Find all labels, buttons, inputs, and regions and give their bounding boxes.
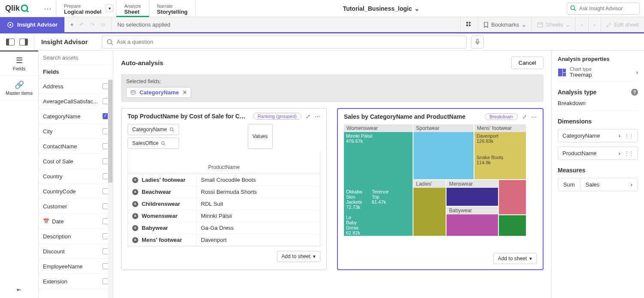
collapse-rail-button[interactable]: ⇤ — [12, 281, 27, 298]
svg-rect-7 — [469, 22, 471, 24]
help-icon[interactable]: ? — [631, 89, 638, 96]
asset-row[interactable]: Discount — [39, 244, 113, 259]
assets-search-input[interactable] — [39, 51, 113, 65]
tab-narrate[interactable]: Narrate Storytelling — [149, 0, 196, 17]
link-icon: 🔗 — [0, 80, 38, 90]
tm-cell-minnki[interactable]: Minnki Pälsii 476.67k — [344, 132, 413, 188]
selected-fields-bar: Selected fields: CategoryName ✕ — [121, 74, 544, 102]
expand-icon[interactable]: ⤢ — [306, 113, 310, 120]
expand-row-icon[interactable]: + — [132, 189, 138, 195]
expand-row-icon[interactable]: + — [132, 237, 138, 243]
app-title[interactable]: Tutorial_Business_logic ⌄ — [196, 5, 567, 12]
step-forward-icon[interactable]: ↷ — [90, 21, 95, 28]
question-input[interactable] — [117, 39, 462, 45]
analysis-properties-panel: Analysis properties Chart typeTreemap › … — [551, 51, 644, 298]
asset-row[interactable]: Cost of Sale — [39, 154, 113, 169]
asset-row[interactable]: Customer — [39, 199, 113, 214]
more-icon[interactable]: ⋯ — [315, 113, 320, 120]
table-row[interactable]: +ChildrenswearRDL Suit — [128, 198, 320, 210]
rail-fields[interactable]: ☰ Fields — [0, 51, 38, 76]
asset-row[interactable]: Country — [39, 169, 113, 184]
tm-cell-terence[interactable]: Terence Top 61.47k — [370, 188, 391, 214]
card2-title: Sales by CategoryName and ProductName — [344, 113, 480, 120]
svg-point-16 — [131, 90, 135, 92]
tm-cell-snake[interactable]: Snake Boots 114.8k — [474, 154, 513, 173]
tm-cell-lebaby[interactable]: Le Baby Dress 62.82k — [344, 214, 365, 236]
asset-row[interactable]: 📅Date — [39, 214, 113, 229]
svg-line-1 — [27, 10, 28, 12]
table-row[interactable]: +BabywearGa-Ga Dress — [128, 222, 320, 234]
question-input-box — [102, 36, 467, 48]
table-row[interactable]: +BeachwearRossi Bermuda Shorts — [128, 186, 320, 198]
measure-sales[interactable]: Sum Sales› — [558, 178, 638, 191]
svg-rect-22 — [563, 69, 566, 72]
asset-row[interactable]: ContactName — [39, 139, 113, 154]
tm-cell-davenport[interactable]: Davenport 126.83k — [474, 132, 513, 154]
add-to-sheet-button-2[interactable]: Add to sheet▾ — [493, 253, 537, 264]
asset-row[interactable]: Extension — [39, 274, 113, 289]
insight-search-input[interactable] — [567, 3, 640, 15]
asset-row[interactable]: AverageCallSatisfac... — [39, 94, 113, 109]
selections-tool-icon[interactable] — [460, 17, 478, 32]
treemap-chart[interactable]: Womenswear Minnki Pälsii 476.67k Okkaba … — [344, 124, 537, 249]
step-back-icon[interactable]: ↶ — [79, 21, 84, 28]
expand-row-icon[interactable]: + — [132, 225, 138, 231]
microphone-button[interactable] — [471, 36, 484, 48]
expand-row-icon[interactable]: + — [132, 213, 138, 219]
global-menu-button[interactable]: ⋯ — [39, 4, 56, 13]
chevron-down-icon[interactable]: ▾ — [106, 4, 113, 12]
dim-chip-salesoffice[interactable]: SalesOffice — [128, 138, 179, 149]
insight-icon — [7, 21, 14, 28]
remove-chip-button[interactable]: ✕ — [182, 89, 187, 96]
ranking-table: ProductName +Ladies' footwearSmall Croco… — [128, 151, 320, 247]
toggle-left-panel[interactable] — [6, 39, 15, 45]
asset-row[interactable]: CountryCode — [39, 184, 113, 199]
smart-search-icon[interactable]: ⌖ — [70, 21, 73, 28]
asset-row[interactable]: City — [39, 124, 113, 139]
dimension-categoryname[interactable]: CategoryName›⋮⋮ — [558, 129, 638, 142]
sheets-button[interactable]: Sheets ⌄ — [532, 17, 575, 32]
date-icon: 📅 — [43, 218, 49, 224]
drag-handle-icon[interactable]: ⋮⋮ — [624, 150, 633, 157]
chevron-down-icon: ▾ — [529, 256, 532, 262]
clear-selections-icon[interactable]: ⊘ — [101, 21, 106, 28]
analysis-card-breakdown: Sales by CategoryName and ProductName Br… — [337, 108, 544, 270]
tm-cell-okkaba[interactable]: Okkaba Skin Jackets 72.73k — [344, 188, 370, 214]
tab-analyze[interactable]: Analyze Sheet — [116, 0, 149, 17]
expand-row-icon[interactable]: + — [132, 201, 138, 207]
asset-row[interactable]: EmployeeName — [39, 259, 113, 274]
insight-advisor-button[interactable]: Insight Advisor — [0, 17, 64, 32]
dim-chip-categoryname[interactable]: CategoryName — [128, 124, 179, 135]
bookmarks-button[interactable]: Bookmarks ⌄ — [478, 17, 532, 32]
edit-sheet-button[interactable]: Edit sheet — [601, 17, 644, 32]
assets-scrollbar[interactable] — [108, 80, 113, 298]
dimension-productname[interactable]: ProductName›⋮⋮ — [558, 147, 638, 160]
dim-chip-values[interactable]: Values — [248, 124, 273, 149]
next-sheet-button[interactable]: › — [588, 17, 601, 32]
table-row[interactable]: +WomenswearMinnki Pälsii — [128, 210, 320, 222]
chart-type-row[interactable]: Chart typeTreemap › — [558, 66, 638, 82]
asset-row[interactable]: Description — [39, 229, 113, 244]
cancel-button[interactable]: Cancel — [511, 57, 544, 69]
add-to-sheet-button-1[interactable]: Add to sheet▾ — [277, 251, 320, 262]
logo[interactable]: Qlik — [0, 4, 39, 13]
expand-row-icon[interactable]: + — [132, 177, 138, 183]
prev-sheet-button[interactable]: ‹ — [575, 17, 588, 32]
expand-icon[interactable]: ⤢ — [522, 114, 527, 120]
tab-prepare[interactable]: Prepare Logical model ▾ — [56, 0, 116, 17]
more-icon[interactable]: ⋯ — [531, 114, 537, 120]
rail-master-items[interactable]: 🔗 Master items — [0, 76, 38, 100]
fields-icon: ☰ — [0, 56, 38, 65]
drag-handle-icon[interactable]: ⋮⋮ — [624, 132, 633, 139]
asset-label: Address — [43, 83, 100, 90]
table-row[interactable]: +Ladies' footwearSmall Crocodile Boots — [128, 174, 320, 186]
table-row[interactable]: +Mens' footwearDavenport — [128, 234, 320, 246]
analysis-properties-title: Analysis properties — [558, 56, 638, 62]
asset-row[interactable]: CategoryName — [39, 109, 113, 124]
asset-row[interactable]: Address — [39, 79, 113, 94]
svg-line-13 — [111, 43, 113, 45]
toggle-right-panel[interactable] — [19, 39, 28, 45]
asset-label: EmployeeName — [43, 263, 100, 270]
topbar: Qlik ⋯ Prepare Logical model ▾ Analyze S… — [0, 0, 644, 17]
chevron-down-icon[interactable]: ⌄ — [414, 5, 419, 12]
